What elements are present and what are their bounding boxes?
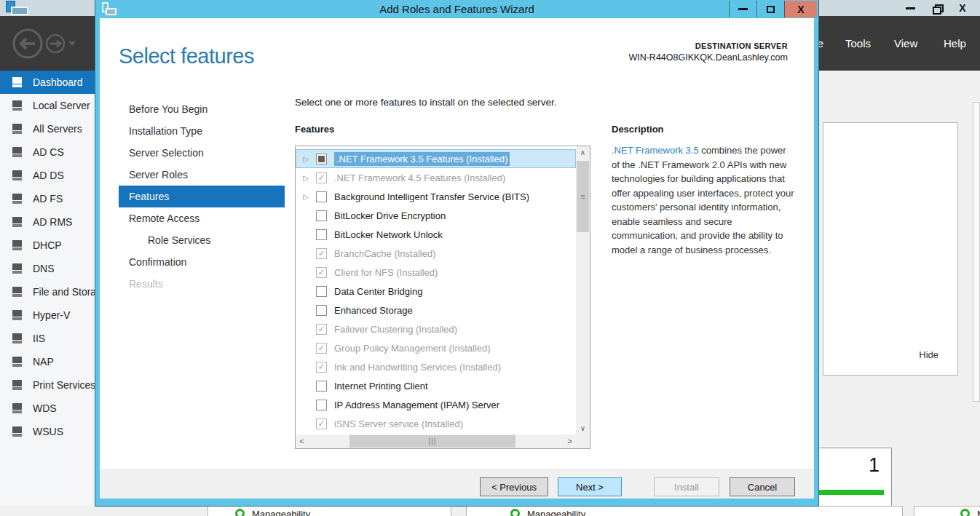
tile-label: Manageability xyxy=(527,509,585,516)
horizontal-scroll-thumb[interactable]: ||| xyxy=(349,435,515,448)
menu-tools[interactable]: Tools xyxy=(845,16,871,71)
feature-row[interactable]: Internet Printing Client xyxy=(296,376,576,395)
wsus-icon xyxy=(12,426,24,437)
wizard-maximize-button[interactable] xyxy=(756,1,784,17)
app-restore-button[interactable] xyxy=(923,0,949,16)
sidebar-item-nap[interactable]: NAP xyxy=(0,350,95,373)
feature-checkbox[interactable]: ✓ xyxy=(316,324,327,335)
feature-checkbox[interactable]: ✓ xyxy=(316,248,327,259)
wizard-step-before-you-begin[interactable]: Before You Begin xyxy=(119,98,285,120)
feature-row[interactable]: ✓BranchCache (Installed) xyxy=(296,244,576,263)
wizard-minimize-button[interactable] xyxy=(729,1,756,17)
sidebar-item-hyper-v[interactable]: Hyper-V xyxy=(0,303,95,327)
feature-checkbox[interactable] xyxy=(316,191,327,202)
feature-checkbox[interactable] xyxy=(316,229,327,240)
wizard-step-role-services[interactable]: Role Services xyxy=(119,229,285,251)
close-icon: X xyxy=(959,3,965,13)
wizard-close-button[interactable]: X xyxy=(784,1,817,17)
scroll-right-icon[interactable]: > xyxy=(564,434,576,448)
feature-row[interactable]: ✓Group Policy Management (Installed) xyxy=(296,338,576,357)
screen: X Manage Tools View Help DashboardLocal xyxy=(0,0,980,516)
feature-row[interactable]: ✓Client for NFS (Installed) xyxy=(296,263,576,282)
feature-checkbox[interactable] xyxy=(316,305,327,316)
install-button[interactable]: Install xyxy=(654,477,719,496)
feature-checkbox[interactable]: ✓ xyxy=(316,362,327,373)
feature-row[interactable]: Data Center Bridging xyxy=(296,282,576,301)
feature-row[interactable]: ✓Ink and Handwriting Services (Installed… xyxy=(296,357,576,376)
sidebar-item-dns[interactable]: DNS xyxy=(0,257,95,280)
feature-row[interactable]: ▷.NET Framework 3.5 Features (Installed) xyxy=(296,149,576,168)
sidebar-item-wsus[interactable]: WSUS xyxy=(0,420,95,443)
sidebar-item-file-and-storage-services[interactable]: File and Storage Services xyxy=(0,280,95,303)
app-window-controls: X xyxy=(897,0,976,16)
feature-row[interactable]: BitLocker Network Unlock xyxy=(296,225,576,244)
feature-checkbox[interactable]: ✓ xyxy=(316,343,327,354)
tile-label: Manageability xyxy=(252,509,310,516)
sidebar-item-iis[interactable]: IIS xyxy=(0,327,95,350)
feature-checkbox[interactable]: ✓ xyxy=(316,172,327,183)
sidebar-item-ad-ds[interactable]: AD DS xyxy=(0,164,95,187)
sidebar-item-all-servers[interactable]: All Servers xyxy=(0,117,95,140)
manageability-status-icon xyxy=(960,509,970,516)
features-listbox: ▷.NET Framework 3.5 Features (Installed)… xyxy=(295,146,590,449)
description-link[interactable]: .NET Framework 3.5 xyxy=(612,145,699,156)
wizard-step-results: Results xyxy=(119,273,285,295)
previous-button[interactable]: < Previous xyxy=(480,477,548,496)
dashboard-tile[interactable]: Manageability xyxy=(466,506,903,516)
sidebar-item-ad-fs[interactable]: AD FS xyxy=(0,187,95,210)
feature-row[interactable]: IP Address Management (IPAM) Server xyxy=(296,395,576,414)
sidebar-item-label: All Servers xyxy=(33,123,82,135)
sidebar-item-print-services[interactable]: Print Services xyxy=(0,373,95,397)
expander-icon[interactable]: ▷ xyxy=(301,193,311,201)
sidebar-item-ad-rms[interactable]: AD RMS xyxy=(0,210,95,234)
feature-checkbox[interactable] xyxy=(316,400,327,410)
vertical-scroll-thumb[interactable]: ≡ xyxy=(577,161,589,232)
feature-checkbox[interactable] xyxy=(316,381,327,392)
feature-row[interactable]: ✓iSNS Server service (Installed) xyxy=(296,414,576,433)
scroll-down-icon[interactable]: ∨ xyxy=(576,422,590,434)
feature-checkbox[interactable] xyxy=(316,286,327,297)
scroll-up-icon[interactable]: ∧ xyxy=(576,146,590,159)
scroll-left-icon[interactable]: < xyxy=(296,434,308,448)
dashboard-tile[interactable]: Manageability xyxy=(914,506,980,516)
sidebar-item-dhcp[interactable]: DHCP xyxy=(0,234,95,257)
expander-icon[interactable]: ▷ xyxy=(301,155,311,163)
wizard-step-installation-type[interactable]: Installation Type xyxy=(119,120,285,142)
wizard-step-features[interactable]: Features xyxy=(119,186,285,207)
server-manager-logo-icon xyxy=(6,1,31,15)
feature-checkbox[interactable]: ✓ xyxy=(316,267,327,278)
sidebar-item-dashboard[interactable]: Dashboard xyxy=(0,71,95,94)
feature-row[interactable]: ▷✓.NET Framework 4.5 Features (Installed… xyxy=(296,168,576,187)
app-close-button[interactable]: X xyxy=(949,0,976,16)
menu-help[interactable]: Help xyxy=(944,16,966,71)
wizard-step-remote-access[interactable]: Remote Access xyxy=(119,207,285,229)
instruction-text: Select one or more features to install o… xyxy=(295,97,556,108)
feature-row[interactable]: BitLocker Drive Encryption xyxy=(296,206,576,225)
menu-view[interactable]: View xyxy=(894,16,917,71)
events-count: 1 xyxy=(869,454,880,477)
features-rows: ▷.NET Framework 3.5 Features (Installed)… xyxy=(296,146,576,434)
feature-label: Background Intelligent Transfer Service … xyxy=(334,191,529,202)
next-button[interactable]: Next > xyxy=(558,477,622,496)
feature-row[interactable]: ▷Background Intelligent Transfer Service… xyxy=(296,187,576,206)
hide-link[interactable]: Hide xyxy=(919,349,938,360)
feature-checkbox[interactable]: ✓ xyxy=(316,418,327,429)
horizontal-scrollbar[interactable]: < ||| > xyxy=(296,434,576,448)
expander-icon[interactable]: ▷ xyxy=(301,174,311,182)
vertical-scrollbar[interactable]: ∧ ≡ ∨ xyxy=(576,146,590,434)
sidebar-item-wds[interactable]: WDS xyxy=(0,397,95,420)
feature-checkbox[interactable] xyxy=(316,154,327,164)
wizard-step-server-roles[interactable]: Server Roles xyxy=(119,164,285,186)
wizard-titlebar[interactable]: Add Roles and Features Wizard X xyxy=(95,0,818,18)
cancel-button[interactable]: Cancel xyxy=(730,477,795,496)
feature-row[interactable]: Enhanced Storage xyxy=(296,301,576,319)
sidebar-item-local-server[interactable]: Local Server xyxy=(0,94,95,117)
sidebar-item-ad-cs[interactable]: AD CS xyxy=(0,140,95,164)
wizard-step-confirmation[interactable]: Confirmation xyxy=(119,251,285,273)
dashboard-tile[interactable]: Manageability xyxy=(208,506,451,516)
feature-row[interactable]: ✓Failover Clustering (Installed) xyxy=(296,319,576,338)
sidebar-item-label: WDS xyxy=(33,402,57,414)
feature-checkbox[interactable] xyxy=(316,210,327,221)
wizard-step-server-selection[interactable]: Server Selection xyxy=(119,142,285,164)
app-minimize-button[interactable] xyxy=(897,0,923,16)
